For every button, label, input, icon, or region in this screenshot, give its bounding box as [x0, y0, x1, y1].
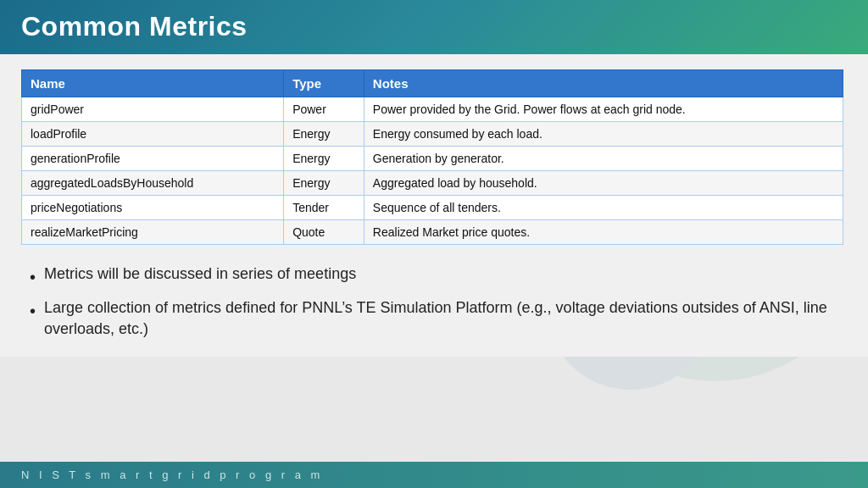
- bullet-dot-2: •: [30, 299, 36, 323]
- cell-notes: Realized Market price quotes.: [364, 220, 843, 245]
- cell-type: Energy: [284, 147, 364, 171]
- table-row: loadProfileEnergyEnergy consumed by each…: [22, 122, 843, 147]
- cell-notes: Generation by generator.: [364, 147, 843, 171]
- table-row: priceNegotiationsTenderSequence of all t…: [22, 196, 843, 220]
- cell-name: generationProfile: [22, 147, 284, 171]
- cell-type: Quote: [284, 220, 364, 245]
- cell-name: loadProfile: [22, 122, 284, 147]
- bullet-item-1: • Metrics will be discussed in series of…: [30, 263, 838, 289]
- cell-notes: Sequence of all tenders.: [364, 196, 843, 220]
- main-content: Name Type Notes gridPowerPowerPower prov…: [0, 54, 868, 357]
- col-header-type: Type: [284, 70, 364, 97]
- bullet-dot-1: •: [30, 265, 36, 289]
- cell-type: Energy: [284, 171, 364, 196]
- page-title: Common Metrics: [21, 11, 248, 42]
- metrics-table: Name Type Notes gridPowerPowerPower prov…: [21, 69, 843, 245]
- table-row: realizeMarketPricingQuoteRealized Market…: [22, 220, 843, 245]
- cell-name: aggregatedLoadsByHousehold: [22, 171, 284, 196]
- header: Common Metrics: [0, 0, 868, 54]
- col-header-notes: Notes: [364, 70, 843, 97]
- cell-name: gridPower: [22, 97, 284, 122]
- footer-text: N I S T s m a r t g r i d p r o g r a m: [21, 469, 323, 481]
- cell-name: priceNegotiations: [22, 196, 284, 220]
- bullet-text-2: Large collection of metrics defined for …: [44, 297, 838, 340]
- col-header-name: Name: [22, 70, 284, 97]
- bullet-item-2: • Large collection of metrics defined fo…: [30, 297, 838, 340]
- cell-notes: Energy consumed by each load.: [364, 122, 843, 147]
- cell-name: realizeMarketPricing: [22, 220, 284, 245]
- table-row: gridPowerPowerPower provided by the Grid…: [22, 97, 843, 122]
- footer: N I S T s m a r t g r i d p r o g r a m: [0, 462, 868, 488]
- cell-notes: Aggregated load by household.: [364, 171, 843, 196]
- table-row: aggregatedLoadsByHouseholdEnergyAggregat…: [22, 171, 843, 196]
- bullet-text-1: Metrics will be discussed in series of m…: [44, 263, 838, 285]
- bullet-list: • Metrics will be discussed in series of…: [21, 263, 847, 340]
- table-header-row: Name Type Notes: [22, 70, 843, 97]
- table-row: generationProfileEnergyGeneration by gen…: [22, 147, 843, 171]
- cell-type: Tender: [284, 196, 364, 220]
- cell-notes: Power provided by the Grid. Power flows …: [364, 97, 843, 122]
- cell-type: Energy: [284, 122, 364, 147]
- cell-type: Power: [284, 97, 364, 122]
